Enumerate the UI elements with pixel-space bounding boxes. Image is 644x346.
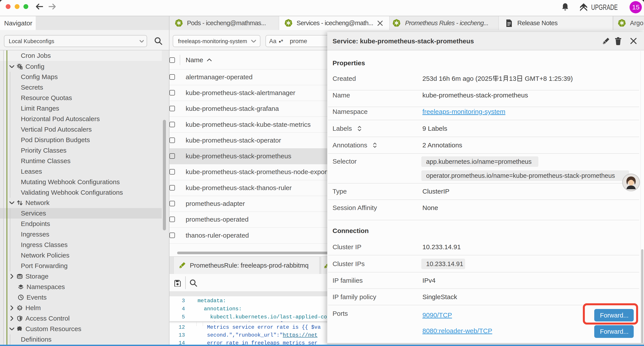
svg-text:HELM: HELM [18,308,22,309]
svg-text:UPGRADE: UPGRADE [591,3,618,11]
